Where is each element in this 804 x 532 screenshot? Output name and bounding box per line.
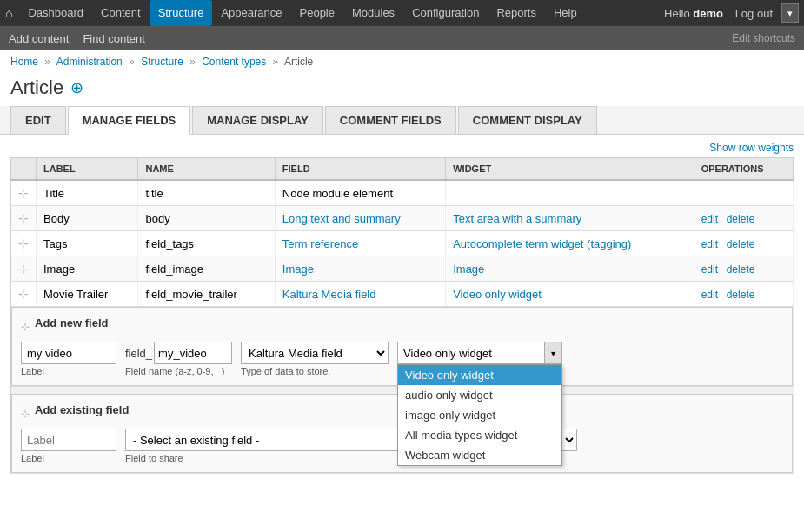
breadcrumb: Home » Administration » Structure » Cont… [0, 50, 804, 73]
nav-item-configuration[interactable]: Configuration [403, 0, 488, 26]
table-row: ⊹ Tags field_tags Term reference Autocom… [11, 231, 794, 256]
tab-edit[interactable]: EDIT [10, 106, 66, 134]
field-type-hint: Type of data to store. [241, 366, 389, 376]
nav-item-reports[interactable]: Reports [488, 0, 545, 26]
dropdown-item-video-only[interactable]: Video only widget [398, 365, 561, 385]
breadcrumb-sep-3: » [189, 56, 196, 68]
col-label: LABEL [37, 158, 138, 181]
tab-comment-fields[interactable]: COMMENT FIELDS [325, 106, 456, 134]
row-widget-link[interactable]: Text area with a summary [453, 212, 581, 225]
row-widget-link[interactable]: Autocomplete term widget (tagging) [453, 237, 631, 250]
row-widget-link[interactable]: Video only widget [453, 288, 542, 301]
edit-link[interactable]: edit [701, 238, 718, 250]
delete-link[interactable]: delete [727, 238, 755, 250]
breadcrumb-structure[interactable]: Structure [141, 56, 183, 68]
page-title: Article [10, 76, 63, 99]
row-widget [446, 180, 694, 206]
existing-label-hint: Label [21, 453, 116, 463]
drag-handle[interactable]: ⊹ [18, 287, 29, 301]
delete-link[interactable]: delete [727, 289, 755, 301]
add-new-field-form: Label field_ Field name (a-z, 0-9, _) [21, 342, 783, 376]
edit-link[interactable]: edit [701, 213, 718, 225]
tab-comment-display[interactable]: COMMENT DISPLAY [458, 106, 597, 134]
drag-handle[interactable]: ⊹ [18, 186, 29, 200]
row-field-link[interactable]: Image [282, 263, 314, 276]
dropdown-item-image-only[interactable]: image only widget [398, 405, 561, 425]
col-name: NAME [138, 158, 275, 181]
show-row-weights-link[interactable]: Show row weights [10, 142, 794, 154]
delete-link[interactable]: delete [727, 263, 755, 276]
edit-shortcuts-link[interactable]: Edit shortcuts [732, 32, 795, 44]
delete-link[interactable]: delete [727, 213, 755, 225]
nav-item-help[interactable]: Help [545, 0, 586, 26]
logout-link[interactable]: Log out [735, 7, 773, 20]
row-ops: edit delete [694, 206, 793, 231]
row-widget-link[interactable]: Image [453, 263, 484, 276]
drag-handle[interactable]: ⊹ [18, 236, 29, 250]
nav-item-people[interactable]: People [291, 0, 343, 26]
table-row: ⊹ Body body Long text and summary Text a… [11, 206, 794, 231]
widget-select-input[interactable] [397, 342, 545, 364]
drag-handle[interactable]: ⊹ [18, 262, 29, 276]
new-field-name-input[interactable] [154, 342, 232, 364]
row-field-link[interactable]: Term reference [282, 237, 358, 250]
new-field-label-input[interactable] [21, 342, 116, 364]
nav-item-content[interactable]: Content [92, 0, 150, 26]
row-label: Tags [37, 231, 138, 256]
tab-manage-fields[interactable]: MANAGE FIELDS [68, 106, 191, 135]
field-type-select[interactable]: Kaltura Media field [241, 342, 389, 364]
dropdown-item-webcam[interactable]: Webcam widget [398, 445, 561, 465]
table-row: ⊹ Movie Trailer field_movie_trailer Kalt… [11, 282, 794, 307]
breadcrumb-home[interactable]: Home [10, 56, 38, 68]
field-prefix: field_ [125, 347, 152, 360]
add-new-field-section: ⊹ Add new field Label [11, 307, 793, 386]
add-new-field-row: ⊹ Add new field Label [11, 307, 794, 387]
col-field: FIELD [275, 158, 445, 181]
page-title-row: Article ⊕ [0, 73, 804, 106]
label-column: Label [21, 342, 116, 376]
nav-item-modules[interactable]: Modules [343, 0, 403, 26]
row-name: field_movie_trailer [138, 282, 275, 307]
table-row: ⊹ Title title Node module element [11, 180, 794, 206]
existing-field-select[interactable]: - Select an existing field - [125, 429, 421, 451]
nav-item-dashboard[interactable]: Dashboard [19, 0, 92, 26]
add-content-link[interactable]: Add content [9, 32, 69, 45]
row-name: body [138, 206, 275, 231]
breadcrumb-current: Article [284, 56, 313, 68]
row-field-link[interactable]: Long text and summary [282, 212, 401, 225]
breadcrumb-admin[interactable]: Administration [56, 56, 123, 68]
nav-dropdown-button[interactable]: ▾ [781, 3, 799, 23]
drag-handle[interactable]: ⊹ [18, 211, 29, 225]
row-ops: edit delete [694, 256, 793, 282]
widget-dropdown-menu: Video only widget audio only widget imag… [397, 364, 562, 466]
edit-link[interactable]: edit [701, 263, 718, 276]
content-area: Show row weights LABEL NAME FIELD WIDGET… [0, 135, 804, 481]
table-row: ⊹ Image field_image Image Image edit del… [11, 256, 794, 282]
nav-item-appearance[interactable]: Appearance [212, 0, 290, 26]
username: demo [693, 7, 723, 20]
widget-column: ▾ Video only widget audio only widget im… [397, 342, 562, 376]
col-drag [11, 158, 37, 181]
widget-dropdown-arrow[interactable]: ▾ [545, 342, 562, 364]
row-ops: edit delete [694, 282, 793, 307]
existing-label-input[interactable] [21, 429, 116, 451]
existing-field-select-column: - Select an existing field - Field to sh… [125, 429, 421, 463]
dropdown-item-audio-only[interactable]: audio only widget [398, 385, 561, 405]
col-widget: WIDGET [446, 158, 694, 181]
drag-handle-small: ⊹ [21, 321, 30, 333]
existing-field-hint: Field to share [125, 453, 421, 463]
nav-item-structure[interactable]: Structure [150, 0, 213, 26]
add-article-icon[interactable]: ⊕ [70, 78, 83, 97]
top-nav: ⌂ Dashboard Content Structure Appearance… [0, 0, 804, 26]
find-content-link[interactable]: Find content [83, 32, 145, 45]
tab-manage-display[interactable]: MANAGE DISPLAY [192, 106, 323, 134]
field-name-hint: Field name (a-z, 0-9, _) [125, 366, 232, 376]
edit-link[interactable]: edit [701, 289, 718, 301]
row-field-link[interactable]: Kaltura Media field [282, 288, 376, 301]
row-ops [694, 180, 793, 206]
dropdown-item-all-media[interactable]: All media types widget [398, 425, 561, 445]
add-new-field-title: Add new field [35, 316, 109, 329]
drag-handle-existing: ⊹ [21, 408, 30, 420]
breadcrumb-content-types[interactable]: Content types [202, 56, 266, 68]
home-icon[interactable]: ⌂ [5, 6, 12, 20]
